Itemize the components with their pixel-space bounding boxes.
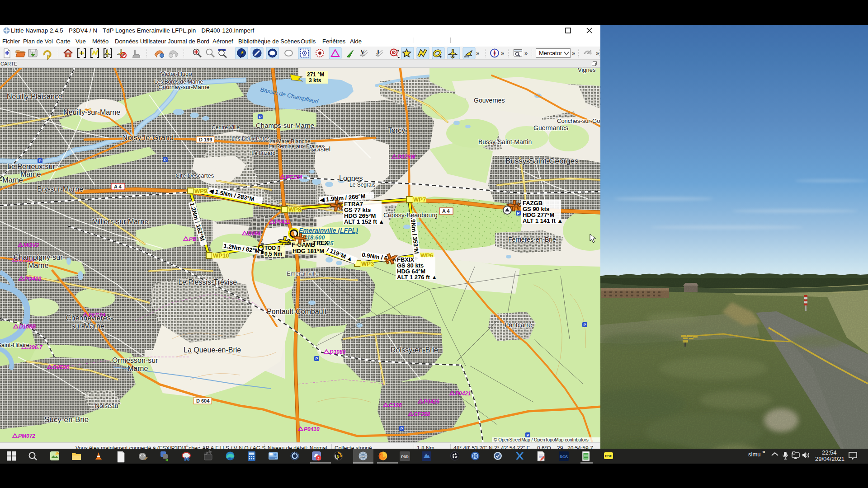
svg-text:© OpenStreetMap / OpenTopoMap: © OpenStreetMap / OpenTopoMap contributo… [494,437,589,442]
svg-text:Le Luzard: Le Luzard [251,150,275,156]
svg-text:»: » [596,50,599,56]
svg-text:29/04/2021: 29/04/2021 [815,455,844,462]
svg-text:Le Perreux-sur-: Le Perreux-sur- [7,163,57,170]
svg-text:Champigny-sur-: Champigny-sur- [14,253,65,261]
svg-text:PB: PB [189,236,197,242]
svg-text:Neuilly-sur-Marne: Neuilly-sur-Marne [63,108,120,116]
svg-text:Pontcarré: Pontcarré [505,321,532,328]
svg-text:D1080: D1080 [330,349,346,355]
svg-text:Le Plessis-Trévise: Le Plessis-Trévise [178,278,237,286]
svg-text:P0410: P0410 [304,426,320,432]
svg-text:C126: C126 [389,402,402,408]
svg-text:Vignes: Vignes [578,68,596,73]
svg-text:DCS: DCS [560,455,568,459]
svg-text:D 604: D 604 [196,398,210,404]
svg-text:Lognes: Lognes [339,174,363,182]
svg-text:Champs-sur-Marne: Champs-sur-Marne [256,122,314,129]
svg-text:3 kts: 3 kts [309,77,321,84]
svg-text:J: J [376,49,379,56]
svg-text:ALT 1 141 ft ▲: ALT 1 141 ft ▲ [523,217,563,224]
svg-text:D 199: D 199 [199,137,212,142]
svg-text:TREX: TREX [313,239,329,246]
svg-text:0,5 Nm: 0,5 Nm [264,251,282,257]
svg-text:CF258: CF258 [414,411,430,418]
svg-text:MOV2: MOV2 [24,242,39,249]
svg-text:»: » [572,50,575,56]
svg-text:Gouvernes: Gouvernes [474,97,505,104]
svg-text:Guermantes: Guermantes [533,124,568,131]
svg-text:Pontault-Combault: Pontault-Combault [267,308,327,315]
svg-text:P: P [583,323,586,327]
svg-text:»: » [501,50,504,56]
svg-text:WP3: WP3 [361,260,374,267]
svg-text:La Queue-en-Brie: La Queue-en-Brie [184,346,241,354]
svg-text:WP7: WP7 [413,196,426,203]
svg-text:Victor-Hugo: Victor-Hugo [161,70,192,77]
svg-text:-Marne: -Marne [0,176,23,184]
svg-text:D0596: D0596 [53,364,69,371]
svg-text:F-GAMB: F-GAMB [292,241,315,248]
svg-text:Emerainville: Emerainville [287,270,319,277]
svg-text:Gournay-sur-Marne: Gournay-sur-Marne [158,84,209,90]
svg-text:271 °M: 271 °M [307,71,324,78]
svg-text:Le Segrais: Le Segrais [349,182,375,188]
svg-text:»: » [524,50,528,56]
svg-text:Bussy-Saint-Martin: Bussy-Saint-Martin [478,138,532,145]
svg-text:WP10: WP10 [213,252,229,259]
svg-text:Marne: Marne [20,170,41,178]
svg-text:PO403: PO403 [24,276,42,282]
svg-text:Ferrières-en-Brie: Ferrières-en-Brie [508,236,556,243]
svg-text:I396.7: I396.7 [27,344,43,351]
svg-text:WP8: WP8 [288,206,301,213]
svg-text:ALT 1 152 ft ▲: ALT 1 152 ft ▲ [344,218,384,225]
svg-text:D084: D084 [248,230,261,237]
svg-text:Cite Descartes: Cite Descartes [175,172,214,179]
svg-text:Marne: Marne [28,262,48,269]
svg-text:Emerainville (LFPL): Emerainville (LFPL) [299,227,358,234]
svg-text:Bry-sur-Marne: Bry-sur-Marne [37,185,83,193]
svg-text:»: » [476,50,479,56]
svg-text:P3D: P3D [401,455,409,459]
svg-text:22:54: 22:54 [822,449,837,456]
svg-text:Roissy-en-Brie: Roissy-en-Brie [391,346,438,354]
svg-text:Chennevières-: Chennevières- [66,314,113,322]
svg-text:Conches-sur-Gondo: Conches-sur-Gondo [557,117,600,124]
svg-text:A 4: A 4 [442,208,450,214]
svg-text:P0421: P0421 [455,390,471,397]
svg-text:Croissy-Beaubourg: Croissy-Beaubourg [383,211,438,219]
svg-text:PDF: PDF [605,454,612,458]
svg-text:Noiseau: Noiseau [95,402,118,409]
svg-text:TOD ▯: TOD ▯ [264,245,280,251]
svg-text:ZC: ZC [425,453,429,456]
svg-text:2: 2 [317,456,320,461]
svg-text:D108B: D108B [19,324,36,330]
svg-text:La Remise aux Fraises: La Remise aux Fraises [269,143,324,150]
svg-text:P: P [164,158,166,162]
svg-text:Torcy: Torcy [388,127,405,134]
svg-text:Villiers sur Marne: Villiers sur Marne [93,218,148,225]
svg-text:sur-Marne: sur-Marne [71,322,104,330]
svg-text:P: P [517,211,519,216]
svg-text:Sucy-en-Brie: Sucy-en-Brie [44,415,89,424]
svg-text:Mercator: Mercator [539,50,562,56]
svg-text:V: V [360,49,365,56]
svg-text:P: P [315,357,318,361]
svg-text:Neuilly-Plaisance: Neuilly-Plaisance [7,93,62,100]
svg-text:P: P [400,427,403,431]
svg-text:ALT 1 276 ft ▲: ALT 1 276 ft ▲ [397,274,437,281]
svg-text:Centre Ville: Centre Ville [212,124,240,131]
svg-text:PC104: PC104 [286,174,302,180]
svg-text:P: P [526,433,529,437]
svg-text:P: P [259,115,261,119]
svg-text:5: 5 [337,454,339,459]
svg-text:D076W: D076W [397,154,416,160]
svg-text:Bussy-Saint-Georges: Bussy-Saint-Georges [505,157,579,165]
svg-text:PM072: PM072 [18,433,35,439]
svg-text:HDG 181°M: HDG 181°M [292,248,324,254]
svg-text:Saint-Hilaire: Saint-Hilaire [0,342,29,348]
svg-text:simu: simu [748,451,760,458]
svg-text:A 4: A 4 [114,184,122,189]
svg-text:P0426: P0426 [424,399,439,405]
svg-text:P0411: P0411 [275,219,290,225]
svg-text:Marne: Marne [127,365,148,372]
